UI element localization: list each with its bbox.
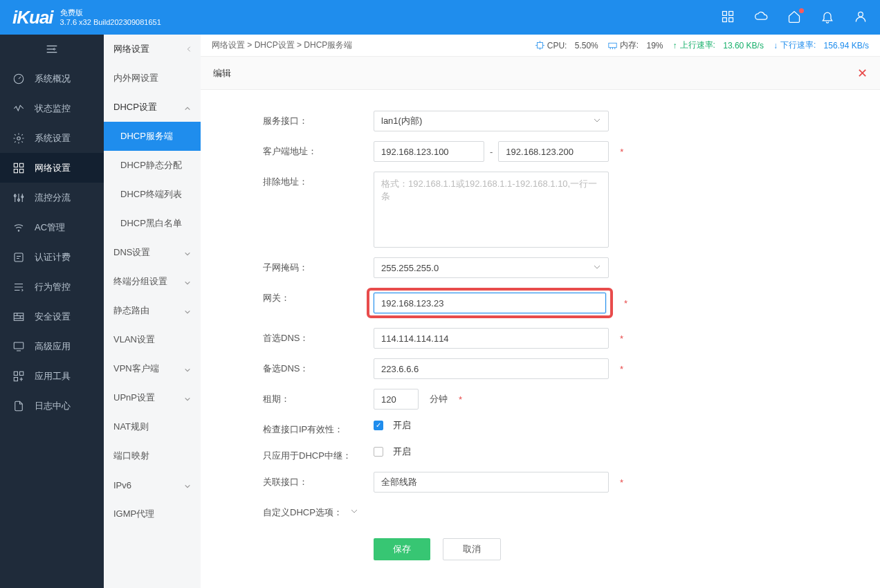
submenu-item[interactable]: 静态路由 (104, 296, 201, 325)
apps-icon[interactable] (721, 10, 735, 26)
submenu-item[interactable]: VPN客户端 (104, 354, 201, 383)
check-ip-checkbox[interactable] (374, 421, 383, 430)
client-end-input[interactable] (498, 141, 609, 162)
submenu-item[interactable]: 内外网设置 (104, 64, 201, 93)
lease-input[interactable] (374, 389, 419, 410)
submenu-item[interactable]: UPnP设置 (104, 383, 201, 412)
submenu-item[interactable]: DHCP服务端 (104, 122, 201, 151)
sidebar-item-sliders[interactable]: 流控分流 (0, 183, 104, 212)
label-check-ip: 检查接口IP有效性： (263, 419, 374, 436)
label-exclude: 排除地址： (263, 172, 374, 188)
save-button[interactable]: 保存 (374, 538, 430, 560)
chevron-left-icon[interactable] (185, 44, 192, 51)
topbar: 网络设置 > DHCP设置 > DHCP服务端 CPU: 5.50% 内存: 1… (201, 35, 880, 57)
chevron-down-icon (184, 394, 191, 405)
cancel-button[interactable]: 取消 (443, 538, 501, 560)
submenu-item[interactable]: IGMP代理 (104, 499, 201, 529)
client-start-input[interactable] (374, 141, 484, 162)
sidebar-item-auth[interactable]: 认证计费 (0, 242, 104, 272)
submenu-item[interactable]: DHCP黑白名单 (104, 209, 201, 238)
sidebar-item-gear[interactable]: 系统设置 (0, 123, 104, 153)
dns2-input[interactable] (374, 358, 609, 379)
gateway-input[interactable] (374, 293, 606, 313)
upload-stat: ↑ 上行速率: 13.60 KB/s (673, 39, 764, 51)
secondary-title-text: 网络设置 (113, 43, 149, 55)
submenu-item[interactable]: DHCP终端列表 (104, 180, 201, 209)
required-mark: * (459, 394, 462, 405)
label-netmask: 子网掩码： (263, 257, 374, 274)
submenu-item[interactable]: DNS设置 (104, 238, 201, 267)
sidebar-item-net[interactable]: 网络设置 (0, 153, 104, 183)
svg-rect-2 (723, 17, 727, 21)
sidebar-item-log[interactable]: 日志中心 (0, 391, 104, 421)
svg-rect-3 (729, 17, 733, 21)
svg-rect-1 (729, 11, 733, 15)
breadcrumb: 网络设置 > DHCP设置 > DHCP服务端 (212, 39, 352, 51)
required-mark: * (624, 298, 627, 309)
svg-rect-31 (14, 377, 17, 380)
panel-header: 编辑 ✕ (201, 57, 880, 90)
submenu-item[interactable]: NAT规则 (104, 412, 201, 441)
mem-stat: 内存: 19% (608, 39, 663, 51)
chevron-down-icon (593, 116, 601, 127)
submenu-item[interactable]: DHCP设置 (104, 93, 201, 122)
submenu-item[interactable]: 终端分组设置 (104, 267, 201, 296)
chevron-down-icon (184, 365, 191, 376)
svg-point-9 (17, 136, 21, 140)
top-header: iKuai 免费版 3.7.6 x32 Build202309081651 (0, 0, 880, 35)
svg-rect-10 (14, 163, 17, 167)
required-mark: * (620, 477, 623, 488)
bell-icon[interactable] (821, 10, 834, 26)
sidebar-item-adv[interactable]: 高级应用 (0, 331, 104, 361)
sidebar-item-wall[interactable]: 安全设置 (0, 302, 104, 331)
gateway-highlight (367, 288, 613, 318)
svg-rect-11 (20, 163, 24, 167)
svg-point-20 (18, 230, 19, 231)
sidebar-item-behavior[interactable]: 行为管控 (0, 272, 104, 302)
download-stat: ↓ 下行速率: 156.94 KB/s (773, 39, 869, 51)
chevron-down-icon (184, 307, 191, 318)
enable-text: 开启 (393, 445, 411, 458)
assoc-iface-input[interactable] (374, 472, 609, 493)
label-assoc-iface: 关联接口： (263, 472, 374, 488)
netmask-select[interactable]: 255.255.255.0 (374, 257, 609, 278)
exclude-textarea[interactable] (374, 172, 609, 248)
submenu-item[interactable]: IPv6 (104, 470, 201, 499)
svg-rect-12 (14, 169, 17, 172)
label-relay-only: 只应用于DHCP中继： (263, 445, 374, 462)
sidebar-collapse-button[interactable] (0, 35, 104, 64)
submenu-item[interactable]: DHCP静态分配 (104, 151, 201, 180)
home-icon[interactable] (787, 10, 801, 26)
svg-rect-21 (15, 253, 23, 261)
label-client-addr: 客户端地址： (263, 141, 374, 158)
close-icon[interactable]: ✕ (857, 66, 868, 81)
label-iface: 服务接口： (263, 111, 374, 127)
range-dash: - (490, 147, 493, 157)
form-area: 服务接口： lan1(内部) 客户端地址： - * 排除地 (201, 90, 880, 588)
dns1-input[interactable] (374, 328, 609, 349)
cloud-icon[interactable] (754, 10, 768, 26)
logo-text: iKuai (12, 7, 53, 28)
chevron-down-icon[interactable] (350, 507, 358, 517)
edition-text: 免费版 (60, 8, 161, 17)
svg-rect-27 (14, 342, 24, 349)
sidebar-item-wave[interactable]: 状态监控 (0, 93, 104, 123)
button-row: 保存 取消 (374, 538, 866, 560)
svg-rect-22 (14, 313, 24, 320)
chevron-down-icon (184, 481, 191, 492)
relay-only-checkbox[interactable] (374, 447, 383, 457)
sidebar-item-wifi[interactable]: AC管理 (0, 212, 104, 242)
svg-rect-13 (20, 169, 24, 172)
sidebar-item-gauge[interactable]: 系统概况 (0, 64, 104, 93)
submenu-item[interactable]: 端口映射 (104, 441, 201, 470)
required-mark: * (620, 364, 623, 374)
sidebar-item-apps[interactable]: 应用工具 (0, 361, 104, 391)
panel-title: 编辑 (213, 67, 231, 80)
header-icons (721, 10, 868, 26)
user-icon[interactable] (854, 10, 868, 26)
submenu-item[interactable]: VLAN设置 (104, 325, 201, 354)
iface-select[interactable]: lan1(内部) (374, 111, 609, 131)
version-block: 免费版 3.7.6 x32 Build202309081651 (60, 8, 161, 28)
label-custom-opt: 自定义DHCP选项： (263, 502, 374, 519)
secondary-sidebar-title: 网络设置 (104, 35, 201, 64)
